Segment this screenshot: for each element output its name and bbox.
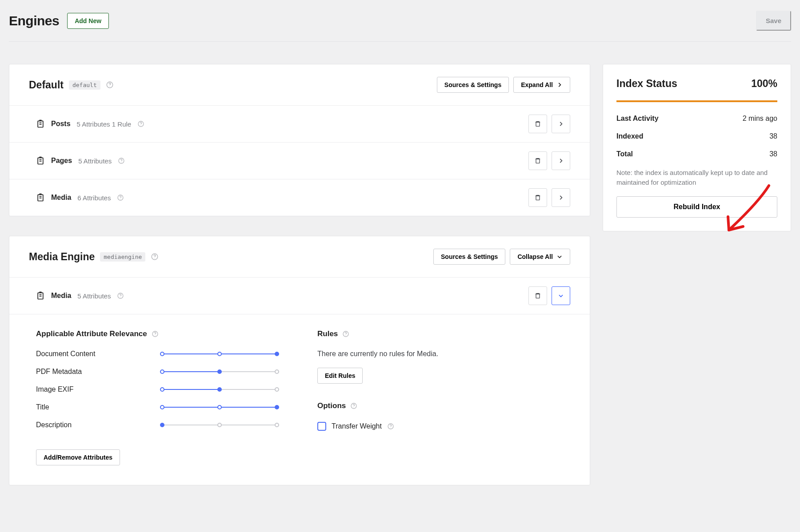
add-new-button[interactable]: Add New xyxy=(67,13,109,29)
delete-button[interactable] xyxy=(528,115,547,133)
transfer-weight-label: Transfer Weight xyxy=(332,422,382,430)
save-button[interactable]: Save xyxy=(756,11,791,31)
svg-point-33 xyxy=(354,407,354,408)
svg-point-21 xyxy=(155,258,155,258)
svg-rect-19 xyxy=(536,196,540,200)
svg-point-31 xyxy=(346,335,346,336)
help-icon[interactable] xyxy=(152,330,159,337)
source-row: Media 6 Attributes xyxy=(9,179,590,216)
index-status-title: Index Status xyxy=(616,78,677,90)
trash-icon xyxy=(534,157,541,164)
trash-icon xyxy=(534,292,541,299)
help-icon[interactable] xyxy=(117,292,124,299)
engine-card: Default default Sources & Settings Expan… xyxy=(9,64,590,216)
delete-button[interactable] xyxy=(528,188,547,207)
expand-row-button[interactable] xyxy=(552,115,570,133)
help-icon[interactable] xyxy=(137,120,144,127)
help-icon[interactable] xyxy=(151,253,159,261)
svg-point-18 xyxy=(120,199,121,199)
index-status-percent: 100% xyxy=(751,78,777,90)
delete-button[interactable] xyxy=(528,151,547,170)
source-meta: 6 Attributes xyxy=(77,194,111,202)
help-icon[interactable] xyxy=(387,423,394,430)
expand-all-button[interactable]: Expand All xyxy=(513,77,570,93)
delete-button[interactable] xyxy=(528,286,547,305)
attribute-row: Title xyxy=(36,403,282,411)
index-stat-row: Last Activity 2 mins ago xyxy=(616,115,777,123)
source-details: Applicable Attribute Relevance Document … xyxy=(9,314,590,485)
edit-rules-button[interactable]: Edit Rules xyxy=(317,368,363,384)
rebuild-index-button[interactable]: Rebuild Index xyxy=(616,196,777,218)
source-name: Pages xyxy=(51,157,72,165)
expand-all-label: Expand All xyxy=(521,81,553,88)
svg-point-1 xyxy=(109,86,110,87)
rules-title: Rules xyxy=(317,330,338,338)
collapse-all-button[interactable]: Collapse All xyxy=(510,249,570,265)
relevance-slider[interactable] xyxy=(160,351,279,357)
collapse-row-button[interactable] xyxy=(552,286,570,305)
relevance-slider[interactable] xyxy=(160,369,279,374)
trash-icon xyxy=(534,120,541,127)
transfer-weight-option[interactable]: Transfer Weight xyxy=(317,422,563,431)
document-icon xyxy=(36,193,45,202)
expand-row-button[interactable] xyxy=(552,188,570,207)
help-icon[interactable] xyxy=(118,157,125,164)
index-status-card: Index Status 100% Last Activity 2 mins a… xyxy=(603,64,791,231)
chevron-right-icon xyxy=(556,82,563,88)
trash-icon xyxy=(534,194,541,201)
attribute-label: Document Content xyxy=(36,350,160,358)
svg-rect-13 xyxy=(536,159,540,163)
engine-slug: default xyxy=(69,80,100,90)
document-icon xyxy=(36,291,45,300)
source-row: Posts 5 Attributes 1 Rule xyxy=(9,106,590,143)
help-icon[interactable] xyxy=(350,402,357,409)
document-icon xyxy=(36,156,45,165)
collapse-all-label: Collapse All xyxy=(517,253,553,260)
engine-name: Media Engine xyxy=(29,251,95,263)
source-name: Posts xyxy=(51,120,71,128)
stat-value: 38 xyxy=(769,150,777,158)
index-stat-row: Indexed 38 xyxy=(616,132,777,140)
help-icon[interactable] xyxy=(106,81,114,89)
add-remove-attributes-button[interactable]: Add/Remove Attributes xyxy=(36,449,120,465)
help-icon[interactable] xyxy=(117,194,124,201)
rules-empty-text: There are currently no rules for Media. xyxy=(317,350,563,358)
attribute-label: PDF Metadata xyxy=(36,368,160,376)
source-name: Media xyxy=(51,292,71,300)
source-row: Pages 5 Attributes xyxy=(9,143,590,179)
checkbox[interactable] xyxy=(317,422,326,431)
chevron-down-icon xyxy=(556,254,563,260)
relevance-slider[interactable] xyxy=(160,422,279,428)
attribute-row: Document Content xyxy=(36,350,282,358)
source-row: Media 5 Attributes xyxy=(9,278,590,314)
relevance-slider[interactable] xyxy=(160,405,279,410)
sources-settings-button[interactable]: Sources & Settings xyxy=(433,249,505,265)
engine-card: Media Engine mediaengine Sources & Setti… xyxy=(9,236,590,485)
attribute-row: Image EXIF xyxy=(36,385,282,393)
engine-name: Default xyxy=(29,79,64,91)
index-stat-row: Total 38 xyxy=(616,150,777,158)
stat-label: Last Activity xyxy=(616,115,659,123)
svg-point-12 xyxy=(121,162,122,163)
help-icon[interactable] xyxy=(342,330,349,337)
page-title: Engines xyxy=(9,13,59,28)
expand-row-button[interactable] xyxy=(552,151,570,170)
engine-slug: mediaengine xyxy=(100,252,145,262)
stat-value: 2 mins ago xyxy=(743,115,777,123)
attribute-label: Image EXIF xyxy=(36,385,160,393)
source-meta: 5 Attributes xyxy=(77,292,111,300)
chevron-right-icon xyxy=(558,158,564,164)
relevance-slider[interactable] xyxy=(160,387,279,392)
document-icon xyxy=(36,119,45,128)
svg-point-26 xyxy=(120,297,121,298)
source-meta: 5 Attributes xyxy=(78,157,112,165)
source-meta: 5 Attributes 1 Rule xyxy=(77,120,132,128)
source-name: Media xyxy=(51,194,71,202)
svg-rect-7 xyxy=(536,122,540,126)
stat-label: Indexed xyxy=(616,132,643,140)
svg-point-6 xyxy=(141,125,141,126)
chevron-down-icon xyxy=(558,293,564,299)
index-progress-bar xyxy=(616,100,777,102)
relevance-title: Applicable Attribute Relevance xyxy=(36,330,147,338)
sources-settings-button[interactable]: Sources & Settings xyxy=(437,77,509,93)
